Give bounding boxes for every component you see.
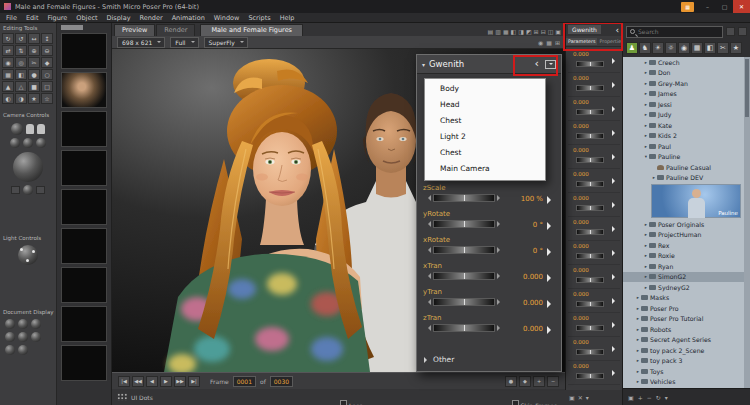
parameter-dial[interactable]	[433, 272, 495, 280]
editing-tool-icon[interactable]: ◑	[15, 93, 27, 104]
toolbar-icon[interactable]: ▥	[495, 28, 501, 35]
library-tree-item[interactable]: ▸ Creech	[623, 57, 744, 68]
library-tree-item[interactable]: ▸ SimonG2	[623, 272, 744, 283]
parameter-expand-arrow[interactable]	[612, 346, 618, 352]
editing-tool-icon[interactable]: ▦	[2, 69, 14, 80]
parameter-dial[interactable]	[576, 277, 604, 283]
parameter-value[interactable]: 0.000	[523, 299, 543, 307]
editing-tool-icon[interactable]: ◐	[2, 93, 14, 104]
editing-tool-icon[interactable]: ■	[28, 81, 40, 92]
parameter-row[interactable]: 0.000	[568, 73, 620, 97]
parameter-value[interactable]: 0.000	[573, 291, 589, 297]
library-tree-item[interactable]: ▸ Toys	[623, 366, 744, 377]
parameter-row[interactable]: 0.000	[568, 49, 620, 73]
library-category-icon[interactable]: ▦	[691, 42, 703, 54]
display-style-sphere[interactable]	[31, 319, 41, 329]
parameter-dial[interactable]	[576, 109, 604, 115]
parameter-expand-arrow[interactable]	[612, 130, 618, 136]
parameter-expand-arrow[interactable]	[547, 326, 555, 334]
parameter-expand-arrow[interactable]	[612, 58, 618, 64]
editing-tool-icon[interactable]: ●	[28, 69, 40, 80]
parameter-row[interactable]: zScale 100 %	[423, 183, 555, 209]
camera-dolly-sphere[interactable]	[36, 138, 46, 148]
tab-render[interactable]: Render	[156, 24, 195, 36]
menu-item[interactable]: File	[6, 14, 17, 22]
parameter-value[interactable]: 0 °	[533, 247, 543, 255]
toolbar-icon[interactable]: ▤	[488, 28, 494, 35]
camera-rotate-right-button[interactable]	[36, 186, 45, 194]
parameter-row[interactable]: 0.000	[568, 241, 620, 265]
dial-increment-arrow[interactable]	[497, 221, 503, 227]
library-tree-item[interactable]: ▸ Kate	[623, 120, 744, 131]
status-icon[interactable]: ▣	[569, 394, 575, 401]
library-footer-icon[interactable]: ▣	[628, 394, 634, 401]
minimize-button[interactable]: –	[699, 0, 716, 13]
status-icon[interactable]: ▾	[586, 394, 589, 401]
library-tree-item[interactable]: ▸ Vehicles	[623, 377, 744, 388]
light-control-sphere[interactable]	[18, 245, 38, 265]
parameter-expand-arrow[interactable]	[612, 106, 618, 112]
parameter-dial[interactable]	[433, 298, 495, 306]
parameter-expand-arrow[interactable]	[547, 196, 555, 204]
parameter-value[interactable]: 0.000	[573, 339, 589, 345]
library-category-icon[interactable]: ◉	[678, 42, 690, 54]
light-indicator-icon[interactable]	[20, 248, 23, 251]
parameter-expand-arrow[interactable]	[547, 222, 555, 230]
parameter-dial[interactable]	[576, 157, 604, 163]
library-options-button[interactable]	[726, 27, 735, 36]
parameter-value[interactable]: 0.000	[573, 75, 589, 81]
parameter-row[interactable]: 0.000	[568, 97, 620, 121]
library-tree-item[interactable]: ▸ toy pack 2_Scene	[623, 345, 744, 356]
parameter-dial[interactable]	[576, 373, 604, 379]
library-category-icon[interactable]: ◧	[704, 42, 716, 54]
parameter-row[interactable]: xTran 0.000	[423, 261, 555, 287]
toolbar-icon[interactable]: ⊟	[541, 28, 546, 35]
menu-item[interactable]: Window	[214, 14, 240, 22]
display-style-sphere[interactable]	[18, 319, 28, 329]
render-thumbnail[interactable]	[61, 150, 107, 186]
toolbar-icon[interactable]: ▣	[555, 28, 561, 35]
parameter-row[interactable]: 0.000	[568, 169, 620, 193]
keyframe-button[interactable]: +	[533, 376, 545, 387]
library-tree-item[interactable]: ▸ Judy	[623, 110, 744, 121]
toolbar-icon[interactable]: ▦	[503, 28, 509, 35]
viewport-icon[interactable]: ⊞	[555, 39, 560, 46]
camera-hand-left-icon[interactable]	[26, 124, 34, 134]
library-view-button[interactable]	[738, 27, 747, 36]
document-size-dropdown[interactable]: 698 x 621	[117, 37, 165, 48]
editing-tool-icon[interactable]: ◆	[41, 57, 53, 68]
menu-item[interactable]: Help	[280, 14, 295, 22]
library-tree-item[interactable]: ▸ toy pack 3	[623, 356, 744, 367]
loop-checkbox[interactable]	[340, 400, 347, 405]
dial-increment-arrow[interactable]	[497, 195, 503, 201]
resolution-dropdown[interactable]: Full	[170, 37, 198, 48]
library-tree-item[interactable]: ▸ Poser Originals	[623, 219, 744, 230]
library-tree-item[interactable]: ▸ James	[623, 89, 744, 100]
viewport-icon[interactable]: ◉	[538, 39, 543, 46]
maximize-button[interactable]: ▢	[716, 0, 733, 13]
transport-button[interactable]: ▶	[160, 376, 172, 387]
library-tree-item[interactable]: ▸ Poser Pro	[623, 303, 744, 314]
parameter-value[interactable]: 0.000	[523, 273, 543, 281]
subtab-parameters[interactable]: Parameters	[566, 38, 597, 45]
parameter-dial[interactable]	[576, 133, 604, 139]
editing-tool-icon[interactable]: ★	[28, 93, 40, 104]
parameter-row[interactable]: 0.000	[568, 361, 620, 385]
library-tree-item[interactable]: ▸ Poser Pro Tutorial	[623, 314, 744, 325]
current-frame-field[interactable]: 0001	[233, 376, 256, 387]
dial-decrement-arrow[interactable]	[425, 273, 431, 279]
library-tree-item[interactable]: ▸ ProjectHuman	[623, 230, 744, 241]
library-footer-icon[interactable]: ↻	[656, 394, 661, 401]
parameter-dial[interactable]	[576, 61, 604, 67]
parameter-value[interactable]: 100 %	[521, 195, 543, 203]
group-expand-arrow[interactable]	[424, 357, 430, 363]
parameter-row[interactable]: yTran 0.000	[423, 287, 555, 313]
keyframe-button[interactable]: ●	[505, 376, 517, 387]
parameter-expand-arrow[interactable]	[612, 202, 618, 208]
editing-tool-icon[interactable]: ☆	[41, 93, 53, 104]
parameter-expand-arrow[interactable]	[547, 300, 555, 308]
library-search-box[interactable]	[626, 26, 723, 38]
library-tree-item[interactable]: ▸ Roxie	[623, 251, 744, 262]
render-thumbnail[interactable]	[61, 72, 107, 108]
library-category-icon[interactable]: ♟	[626, 42, 638, 54]
